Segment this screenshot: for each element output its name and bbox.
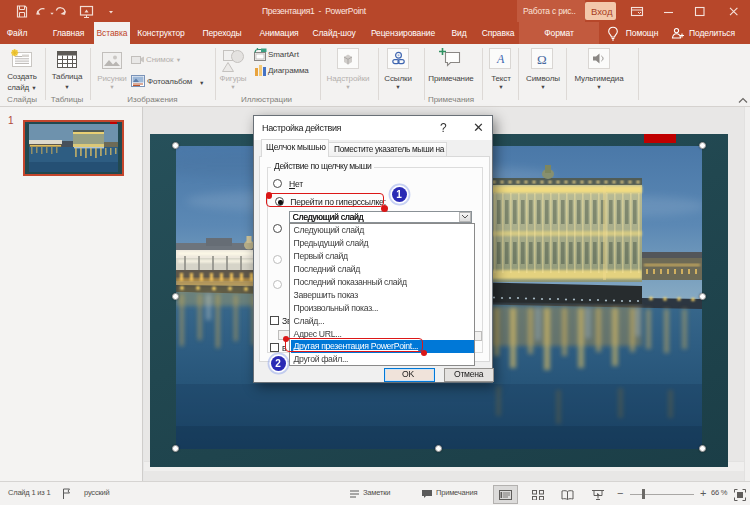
svg-text:A: A: [496, 52, 505, 65]
svg-text:Ω: Ω: [537, 52, 547, 66]
